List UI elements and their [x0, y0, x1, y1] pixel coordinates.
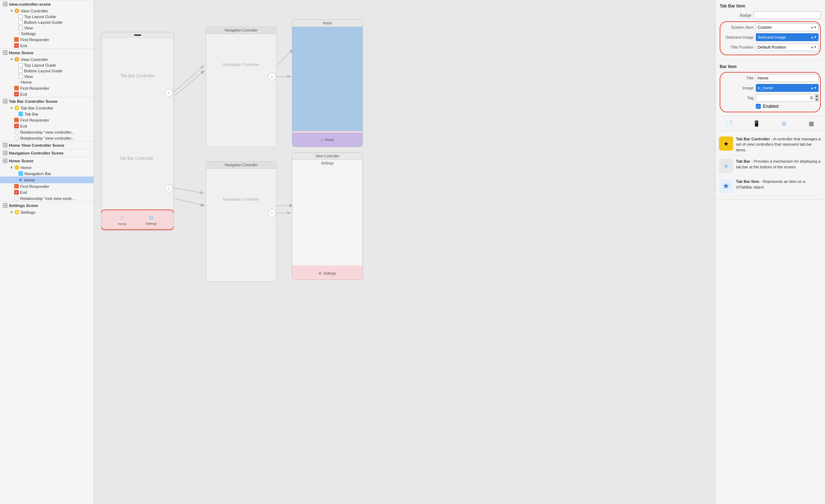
sidebar-item-top-layout-2[interactable]: Top Layout Guide: [0, 62, 94, 68]
sidebar-item-settings-root[interactable]: ▼ ⚙ Settings: [0, 209, 94, 215]
info-icon-tbc: ★: [719, 136, 733, 151]
sidebar: view-controller-scene ▼ V View Controlle…: [0, 0, 94, 504]
sidebar-item-home-vc[interactable]: ▼ V View Controller: [0, 56, 94, 62]
sidebar-item-relationship-1[interactable]: Relationship "view controller...: [0, 129, 94, 135]
system-item-select[interactable]: Custom ▲▼: [756, 23, 819, 31]
sidebar-item-home-nav[interactable]: ▼ ‹ Home: [0, 164, 94, 170]
back-icon: ‹: [18, 80, 20, 84]
sidebar-item-exit-4[interactable]: E Exit: [0, 189, 94, 195]
exit-icon: E: [14, 190, 19, 195]
home-nav-icon: ‹: [15, 165, 19, 170]
tag-input[interactable]: 0: [756, 94, 814, 102]
home-tabbar-icon: ⌂: [321, 138, 323, 142]
badge-input[interactable]: [754, 11, 821, 19]
title-position-select[interactable]: Default Position ▲▼: [756, 43, 819, 51]
badge-row: Badge: [720, 11, 821, 19]
image-select-arrow: ▲▼: [810, 86, 817, 90]
sidebar-item-settings-back[interactable]: ‹ Settings: [0, 31, 94, 37]
nav-controller-bottom: Navigation Controller Navigation Control…: [206, 161, 277, 282]
sidebar-item-first-responder-3[interactable]: First Responder: [0, 117, 94, 123]
title-position-row: Title Position Default Position ▲▼: [722, 43, 819, 51]
nav-ctrl-bottom-title: Navigation Controller: [206, 162, 276, 169]
sidebar-item-first-responder-1[interactable]: First Responder: [0, 37, 94, 43]
info-panel: ★ Tab Bar Controller - A controller that…: [715, 131, 825, 200]
relationship-icon: [14, 196, 19, 201]
sidebar-item-exit-1[interactable]: E Exit: [0, 43, 94, 49]
icon-tab-circle[interactable]: ⊙: [779, 118, 789, 128]
title-position-value: Default Position: [758, 45, 786, 49]
stepper-down[interactable]: ▼: [815, 98, 819, 102]
image-select[interactable]: ic_home ▲▼: [756, 84, 819, 92]
info-item-tab-bar-item: ★ Tab Bar Item - Represents an item on a…: [719, 176, 821, 196]
layout-icon: [18, 20, 23, 24]
tag-label: Tag: [722, 96, 754, 100]
bar-item-section: Bar Item Title Home Image ic_home ▲▼ Tag…: [715, 61, 825, 116]
sidebar-item-exit-2[interactable]: E Exit: [0, 91, 94, 97]
vc-device-title-bar: View Controller: [292, 153, 362, 160]
sidebar-item-relationship-root[interactable]: Relationship "root view contr...: [0, 195, 94, 201]
system-item-value: Custom: [758, 25, 772, 29]
sidebar-item-vc-root[interactable]: ▼ V View Controller: [0, 8, 94, 14]
tbc-body: Tab Bar Controller: [101, 38, 173, 211]
sidebar-item-home-back[interactable]: ‹ Home: [0, 79, 94, 85]
home-device-title: Home: [292, 20, 362, 27]
stepper-up[interactable]: ▲: [815, 94, 819, 98]
title-input[interactable]: Home: [756, 74, 819, 82]
sidebar-item-exit-3[interactable]: E Exit: [0, 123, 94, 129]
tab-item-settings[interactable]: ⚙ Settings: [145, 214, 157, 225]
tab-item-home[interactable]: ⌂ Home: [118, 214, 127, 226]
icon-tab-phone[interactable]: 📱: [752, 118, 762, 128]
nav-controller-top: Navigation Controller Navigation Control…: [206, 27, 277, 147]
relationship-icon: [14, 130, 19, 134]
tbc-canvas-label: Tab Bar Controller: [115, 156, 158, 161]
home-tab-icon: ⌂: [120, 214, 124, 222]
scene-icon: [3, 151, 7, 155]
scene-header-settings: Settings Scene: [0, 201, 94, 209]
sidebar-item-tab-bar-ctrl[interactable]: ▼ ★ Tab Bar Controller: [0, 105, 94, 111]
responder-icon: [14, 184, 19, 189]
sidebar-item-top-layout-1[interactable]: Top Layout Guide: [0, 14, 94, 19]
scene-header-home-1: Home Scene: [0, 49, 94, 56]
selected-image-label: Selected Image: [722, 35, 754, 39]
sidebar-item-first-responder-2[interactable]: First Responder: [0, 85, 94, 91]
system-item-label: System Item: [722, 25, 754, 29]
sidebar-item-nav-bar[interactable]: Navigation Bar: [0, 170, 94, 177]
annotation-system-item: System Item Custom ▲▼ Selected Image Sel…: [720, 21, 821, 55]
scene-header-home-vc: Home View Controller Scene: [0, 141, 94, 149]
tbc-icon: ★: [15, 106, 19, 110]
sidebar-item-tab-bar[interactable]: Tab Bar: [0, 111, 94, 117]
sidebar-item-bottom-layout-2[interactable]: Bottom Layout Guide: [0, 68, 94, 74]
enabled-checkbox[interactable]: ✓: [756, 104, 761, 109]
icon-tab-table[interactable]: ▦: [806, 118, 816, 128]
scene-header-nav-ctrl: Navigation Controller Scene: [0, 149, 94, 157]
layout-icon: [18, 63, 23, 67]
scene-icon: [3, 99, 7, 103]
scene-icon: [3, 203, 7, 208]
sidebar-item-relationship-2[interactable]: Relationship "view controller...: [0, 135, 94, 141]
chevron-icon: ▼: [10, 58, 13, 61]
device-statusbar: [101, 32, 173, 38]
icon-tab-doc[interactable]: 📄: [724, 118, 734, 128]
tbc-body-label: Tab Bar Controller: [101, 38, 173, 78]
system-item-row: System Item Custom ▲▼: [722, 23, 819, 31]
tab-bar-annotated: ⌂ Home ⚙ Settings: [101, 209, 174, 230]
svg-line-0: [175, 71, 204, 96]
sidebar-item-view-1[interactable]: View: [0, 25, 94, 31]
chevron-icon: ▼: [10, 211, 13, 214]
sidebar-item-bottom-layout-1[interactable]: Bottom Layout Guide: [0, 19, 94, 25]
connector-circle-3: ⊘: [268, 73, 276, 80]
scene-icon: [3, 50, 7, 55]
enabled-row: ✓ Enabled: [722, 104, 819, 109]
bar-item-title: Bar Item: [720, 64, 821, 69]
sidebar-item-view-2[interactable]: View: [0, 74, 94, 79]
selected-image-select[interactable]: Selected Image ▲▼: [756, 33, 819, 41]
sidebar-item-first-responder-4[interactable]: First Responder: [0, 183, 94, 189]
tab-bar-item-title: Tab Bar Item: [720, 4, 821, 9]
select-arrow-2: ▲▼: [810, 45, 817, 49]
settings-icon: ⚙: [15, 210, 19, 214]
exit-icon: E: [14, 43, 19, 48]
sidebar-item-home-star[interactable]: ★ Home: [0, 177, 94, 183]
vc-device: View Controller Settings ⚙ Settings: [292, 152, 363, 280]
title-value: Home: [758, 76, 769, 80]
connector-circle-4: ⊘: [268, 209, 276, 217]
